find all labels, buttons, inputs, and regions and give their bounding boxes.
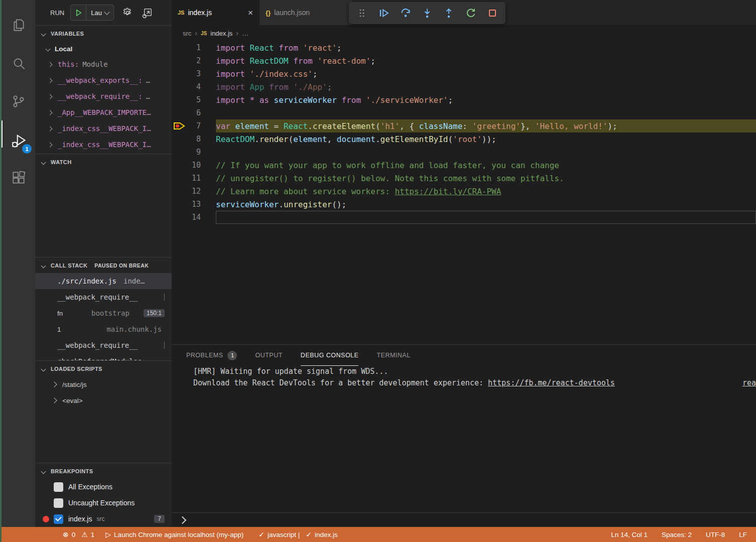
scope-local[interactable]: Local [35,41,172,56]
stack-frame[interactable]: checkDeferredModules [35,353,172,360]
breadcrumb[interactable]: src › JS index.js › … [172,25,756,41]
toolbar-drag-handle[interactable] [353,6,370,21]
loaded-scripts-section-header[interactable]: LOADED SCRIPTS [35,360,172,377]
stack-frame[interactable]: 1 main.chunk.js [35,321,172,337]
search-icon[interactable] [2,48,35,80]
launch-config-name[interactable]: Lau [86,9,105,17]
breakpoints-section-header[interactable]: BREAKPOINTS [35,463,172,479]
loaded-script-item[interactable]: <eval> [35,392,172,409]
console-line: Download the React DevTools for a better… [193,377,756,389]
code-editor[interactable]: 1import React from 'react'; 2import Reac… [172,41,756,224]
stack-frame[interactable]: __webpack_require__ [35,289,172,305]
call-stack-section-header[interactable]: CALL STACK PAUSED ON BREAK [35,257,172,274]
task-index-js[interactable]: ✓ index.js [306,530,338,538]
call-stack-title: CALL STACK [51,262,87,268]
checkbox[interactable] [54,514,63,524]
tab-launch-json[interactable]: {} launch.json [260,0,352,25]
cursor-position[interactable]: Ln 14, Col 1 [611,531,648,538]
variable-row[interactable]: _index_css__WEBPACK_I… [35,137,172,153]
open-debug-console-icon[interactable] [142,7,153,19]
code-line-unused-import: 4import App from './App'; [172,80,756,93]
debug-console-output: [HMR] Waiting for update signal from WDS… [172,366,756,389]
warning-icon: ⚠ [81,530,88,538]
watch-section-header[interactable]: WATCH [35,154,172,170]
error-icon: ⊗ [63,530,69,538]
breakpoint-row[interactable]: Uncaught Exceptions [35,495,172,511]
restart-button[interactable] [462,6,479,21]
paused-status: PAUSED ON BREAK [94,262,172,268]
variable-row[interactable]: this: Module [35,56,172,72]
debug-console-input[interactable] [172,512,756,527]
variable-row[interactable]: _App__WEBPACK_IMPORTE… [35,104,172,120]
bottom-panel: PROBLEMS 1 OUTPUT DEBUG CONSOLE TERMINAL… [172,344,756,527]
code-line-cursor: 14 [172,211,756,224]
clipped-source-separator [164,294,165,301]
error-count[interactable]: ⊗ 0 [63,530,75,538]
variable-row[interactable]: _index_css__WEBPACK_I… [35,120,172,137]
task-javascript[interactable]: ✓ javascript | [259,530,300,538]
clipped-source-link[interactable]: rea [742,377,756,389]
debug-sidebar: RUN Lau VARIABLES Local [35,0,172,527]
play-icon: ▷ [105,530,111,538]
debug-count-badge: 1 [22,144,32,154]
checkbox[interactable] [54,498,63,508]
variables-section-header[interactable]: VARIABLES [35,25,172,42]
stack-frame[interactable]: fn bootstrap 150:1 [35,305,172,321]
chevron-down-icon [41,263,46,268]
warning-count[interactable]: ⚠ 1 [81,530,94,538]
encoding[interactable]: UTF-8 [706,531,725,538]
eol-sequence[interactable]: LF [739,531,747,538]
js-file-icon: JS [201,31,207,36]
cursor-line-border [216,211,756,224]
close-icon[interactable]: × [248,9,253,17]
stack-frame[interactable]: ./src/index.js inde… [35,273,172,289]
chevron-down-icon [41,160,46,165]
step-out-button[interactable] [440,6,457,21]
continue-button[interactable] [375,6,393,21]
call-stack-list: ./src/index.js inde… __webpack_require__… [35,273,172,360]
breakpoint-row[interactable]: index.js src 7 [35,511,172,527]
gear-icon[interactable] [122,7,134,19]
explorer-icon[interactable] [2,9,35,41]
run-and-debug-icon[interactable]: 1 [2,124,35,157]
panel-tab-bar: PROBLEMS 1 OUTPUT DEBUG CONSOLE TERMINAL [172,345,756,366]
stop-button[interactable] [484,6,501,21]
variable-row[interactable]: __webpack_require__: … [35,88,172,104]
source-control-icon[interactable] [2,85,35,117]
line-col-badge: 150:1 [144,309,165,317]
start-debug-icon[interactable] [71,5,86,20]
watch-title: WATCH [51,159,72,165]
chevron-right-icon [51,397,57,403]
chevron-down-icon [41,31,46,36]
tab-problems[interactable]: PROBLEMS 1 [186,345,237,366]
check-icon: ✓ [306,530,312,538]
checkbox[interactable] [54,482,63,492]
tab-index-js[interactable]: JS index.js × [172,0,260,25]
stack-frame[interactable]: __webpack_require__ [35,337,172,353]
launch-config-control[interactable]: Lau [70,5,114,21]
vscode-window: 1 RUN Lau VARIAB [0,0,756,542]
clipped-source-separator [164,342,165,349]
breakpoints-title: BREAKPOINTS [51,468,93,474]
tab-debug-console[interactable]: DEBUG CONSOLE [301,345,359,366]
tab-output[interactable]: OUTPUT [255,345,282,366]
extensions-icon[interactable] [2,162,35,194]
loaded-script-item[interactable]: /static/js [35,376,172,392]
chevron-right-icon: › [195,29,197,37]
console-prompt-icon [179,516,187,524]
chevron-down-icon [41,366,46,371]
step-into-button[interactable] [419,6,436,21]
code-line: 6 [172,106,756,119]
step-over-button[interactable] [397,6,414,21]
devtools-link[interactable]: https://fb.me/react-devtools [488,378,615,387]
json-file-icon: {} [266,9,271,17]
launch-status[interactable]: ▷ Launch Chrome against localhost (my-ap… [105,530,243,538]
tab-terminal[interactable]: TERMINAL [376,345,410,366]
chevron-down-icon [41,469,46,474]
variable-row[interactable]: __webpack_exports__: … [35,72,172,88]
indentation[interactable]: Spaces: 2 [662,531,692,538]
status-bar: ⊗ 0 ⚠ 1 ▷ Launch Chrome against localhos… [0,527,756,542]
breakpoint-row[interactable]: All Exceptions [35,479,172,495]
active-view-indicator [2,120,3,148]
chevron-down-icon [46,46,51,51]
